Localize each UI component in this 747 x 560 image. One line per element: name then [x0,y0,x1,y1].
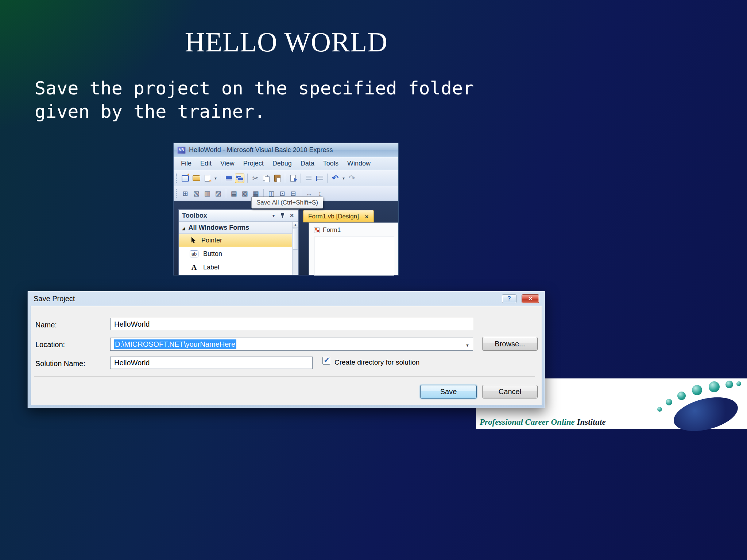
slide-body-text: Save the project on the specified folder… [35,77,545,123]
vs-standard-toolbar [174,170,398,186]
dropdown-caret-icon[interactable] [213,174,218,183]
dialog-title: Save Project [34,295,502,303]
logo-text: Professional Career Online Institute [480,417,606,427]
save-icon[interactable] [224,174,233,183]
logo-bubble [736,381,741,386]
open-folder-icon[interactable] [191,174,201,183]
location-selected-text: D:\MICROSOFT.NET\yourNameHere [114,339,236,349]
button-control-icon: ab [190,250,198,257]
menu-project[interactable]: Project [239,158,268,169]
auto-hide-pin-icon[interactable] [280,213,285,218]
toolbox-item-pointer[interactable]: Pointer [179,234,292,247]
toolbox-group-label: All Windows Forms [188,224,249,232]
label-control-icon: A [190,263,198,272]
expander-icon [182,224,185,232]
save-all-icon[interactable] [235,174,244,183]
align-tops-icon[interactable]: ▤ [229,189,239,198]
save-project-dialog: Save Project Name: Location: D:\MICROSOF… [27,291,545,408]
toolbox-close-icon[interactable] [289,213,295,218]
form1-surface[interactable] [314,237,394,276]
vs-content-area: Toolbox All Windows Forms Pointer ab But… [174,201,398,275]
menu-view[interactable]: View [216,158,239,169]
pointer-icon [190,237,197,244]
save-button-label: Save [440,388,457,396]
paste-icon[interactable] [272,174,282,183]
dropdown-caret-icon[interactable] [341,174,346,183]
copy-icon[interactable] [262,174,271,183]
redo-icon[interactable] [347,174,357,183]
find-in-files-icon[interactable] [288,174,298,183]
browse-button[interactable]: Browse... [482,337,538,351]
form-icon [314,228,320,233]
name-input[interactable] [110,318,473,330]
tab-form1-design[interactable]: Form1.vb [Design] [303,210,374,222]
comment-lines-icon[interactable] [304,174,313,183]
dialog-titlebar[interactable]: Save Project [28,291,545,306]
logo-bubble [725,381,733,388]
logo-bubble [657,407,662,412]
dialog-body: Name: Location: D:\MICROSOFT.NET\yourNam… [31,306,542,405]
toolbar-separator [327,174,328,183]
vs-window-title: HelloWorld - Microsoft Visual Basic 2010… [189,146,333,154]
logo-text-secondary: Institute [577,417,605,427]
combo-dropdown-icon[interactable] [465,340,469,349]
solution-name-input[interactable] [110,357,313,369]
align-lefts-icon[interactable]: ▧ [191,189,201,198]
align-rights-icon[interactable]: ▨ [213,189,223,198]
logo-bubble [666,399,672,405]
menu-data[interactable]: Data [296,158,319,169]
toolbox-item-label[interactable]: A Label [179,261,292,274]
align-centers-icon[interactable]: ▥ [202,189,212,198]
toolbar-separator [226,189,226,198]
menu-edit[interactable]: Edit [196,158,216,169]
logo-bubble [677,392,686,400]
toolbar-separator [285,174,285,183]
save-button[interactable]: Save [420,385,477,398]
align-middles-icon[interactable]: ▩ [240,189,249,198]
cancel-button[interactable]: Cancel [482,385,538,398]
toolbox-header[interactable]: Toolbox [179,210,298,222]
help-button[interactable] [502,294,516,303]
toolbar-separator [221,174,221,183]
window-position-icon[interactable] [270,213,277,218]
name-label: Name: [35,321,57,329]
toolbox-group-all-windows-forms[interactable]: All Windows Forms [179,222,292,234]
close-tab-icon[interactable] [365,213,369,220]
slide-title: HELLO WORLD [0,26,573,58]
vs-menubar: File Edit View Project Debug Data Tools … [174,157,398,170]
location-combobox[interactable]: D:\MICROSOFT.NET\yourNameHere [110,338,473,351]
vs-titlebar[interactable]: VB HelloWorld - Microsoft Visual Basic 2… [174,143,398,157]
logo-text-primary: Professional Career Online [480,417,577,427]
menu-debug[interactable]: Debug [268,158,296,169]
toolbox-item-label: Pointer [201,237,222,244]
scroll-up-arrow-icon[interactable] [293,222,298,228]
close-button[interactable] [522,294,539,303]
undo-icon[interactable] [330,174,340,183]
tab-label: Form1.vb [Design] [308,213,359,220]
scrollbar-thumb[interactable] [293,229,298,250]
menu-window[interactable]: Window [343,158,375,169]
cut-icon[interactable] [251,174,260,183]
toolbox-item-button[interactable]: ab Button [179,247,292,261]
toolbox-panel: Toolbox All Windows Forms Pointer ab But… [178,209,299,275]
uncomment-lines-icon[interactable] [315,174,324,183]
toolbar-separator [301,174,301,183]
design-canvas: Form1 [309,222,398,275]
vb-app-icon: VB [177,147,186,154]
snap-to-grid-icon[interactable]: ⊞ [181,189,190,198]
toolbar-grip[interactable] [176,189,178,198]
toolbar-grip[interactable] [176,174,178,183]
toolbox-item-label: Button [203,250,222,258]
form1-header: Form1 [314,226,341,234]
save-all-tooltip: Save All (Ctrl+Shift+S) [251,197,323,209]
create-directory-checkbox[interactable] [322,357,330,365]
logo-bubble [709,381,720,392]
toolbox-scrollbar[interactable] [292,222,298,275]
create-directory-label: Create directory for solution [334,358,419,366]
new-project-icon[interactable] [181,174,190,183]
designer-area: Form1.vb [Design] Form1 [299,201,398,275]
menu-tools[interactable]: Tools [319,158,343,169]
menu-file[interactable]: File [177,158,196,169]
add-item-icon[interactable] [202,174,212,183]
toolbox-item-label: Label [203,264,219,271]
